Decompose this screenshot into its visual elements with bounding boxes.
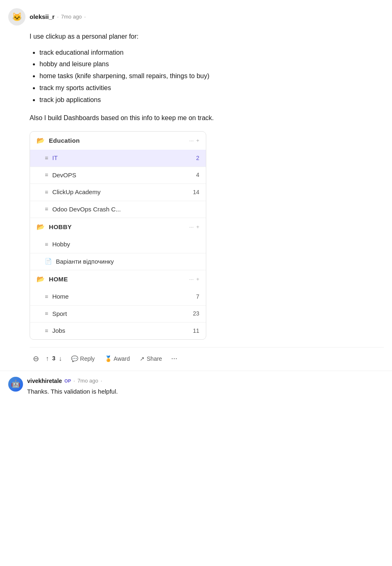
upvote-button[interactable]: ↑: [44, 353, 51, 365]
list-row-odoo[interactable]: ≡ Odoo DevOps Crash C...: [30, 201, 206, 218]
list-icon-home: ≡: [45, 292, 48, 301]
folder-plus-home[interactable]: +: [196, 275, 199, 283]
folder-icon-hobby: 📂: [37, 222, 45, 232]
reply-time: 7mo ago: [77, 377, 98, 385]
list-row-jobs[interactable]: ≡ Jobs 11: [30, 322, 206, 339]
list-count-jobs: 11: [193, 327, 199, 335]
list-row-hobby[interactable]: ≡ Hobby: [30, 236, 206, 253]
list-icon: ≡: [45, 154, 48, 162]
folder-home[interactable]: 📂 HOME ··· +: [30, 270, 206, 288]
folder-dots-hobby[interactable]: ···: [189, 223, 194, 231]
list-icon-jobs: ≡: [45, 327, 48, 335]
folder-actions-home: ··· +: [189, 275, 199, 283]
folder-icon-home: 📂: [37, 274, 45, 284]
avatar-image: 🐱: [8, 8, 25, 26]
list-name-devops: DevOPS: [52, 171, 196, 180]
post-intro: I use clickup as a personal planer for:: [30, 31, 384, 42]
folder-plus[interactable]: +: [196, 137, 199, 145]
list-name-sport: Sport: [52, 309, 193, 319]
downvote-button[interactable]: ↓: [57, 353, 64, 365]
reply-body: vivekhiretale OP · 7mo ago · Thanks. Thi…: [27, 377, 384, 397]
share-icon: ↗: [140, 355, 145, 362]
list-item: track educational information: [39, 47, 384, 59]
list-row-it[interactable]: ≡ IT 2: [30, 150, 206, 167]
author-username[interactable]: oleksii_r: [30, 12, 55, 22]
list-item: track my sports activities: [39, 82, 384, 94]
reply-avatar: 🤖: [8, 377, 23, 392]
folder-dots[interactable]: ···: [189, 137, 194, 145]
list-count-it: 2: [196, 154, 199, 162]
vote-count: 3: [51, 354, 56, 363]
action-bar: ⊖ ↑ 3 ↓ 💬 Reply 🏅 Award ↗ Share ···: [30, 347, 384, 371]
list-icon: ≡: [45, 205, 48, 213]
post-header: 🐱 oleksii_r · 7mo ago ·: [8, 8, 384, 26]
op-badge: OP: [65, 378, 71, 385]
share-button[interactable]: ↗ Share: [136, 353, 166, 364]
folder-name-education: Education: [49, 136, 189, 146]
meta-separator-2: ·: [84, 13, 86, 21]
list-row-home[interactable]: ≡ Home 7: [30, 288, 206, 305]
list-name-home: Home: [52, 292, 196, 302]
reply-label: Reply: [80, 355, 95, 362]
list-row-sport[interactable]: ≡ Sport 23: [30, 306, 206, 322]
list-item: home tasks (knife sharpening, small repa…: [39, 70, 384, 82]
post-body: I use clickup as a personal planer for: …: [30, 31, 384, 371]
avatar: 🐱: [8, 8, 25, 26]
meta-separator-1: ·: [57, 13, 59, 21]
list-icon-hobby: ≡: [45, 240, 48, 249]
award-label: Award: [114, 355, 130, 362]
award-button[interactable]: 🏅 Award: [101, 353, 134, 364]
bullet-list: track educational information hobby and …: [30, 47, 384, 106]
folder-actions-hobby: ··· +: [189, 223, 199, 231]
list-name-jobs: Jobs: [52, 326, 193, 336]
folder-name-home: HOME: [49, 275, 189, 284]
list-icon-sport: ≡: [45, 309, 48, 318]
list-name-clickup-academy: ClickUp Academy: [52, 188, 193, 197]
reply-button[interactable]: 💬 Reply: [67, 353, 99, 364]
reply-icon: 💬: [71, 355, 78, 362]
list-row-devops[interactable]: ≡ DevOPS 4: [30, 167, 206, 184]
folder-name-hobby: HOBBY: [49, 223, 189, 232]
doc-name-vacation: Варіанти відпочинку: [56, 257, 199, 267]
reply-author-username[interactable]: vivekhiretale: [27, 377, 62, 385]
folder-plus-hobby[interactable]: +: [196, 223, 199, 231]
reply-meta: vivekhiretale OP · 7mo ago ·: [27, 377, 384, 385]
reply-container: 🤖 vivekhiretale OP · 7mo ago · Thanks. T…: [0, 371, 392, 402]
list-name-hobby: Hobby: [52, 240, 199, 249]
reply-text: Thanks. This validation is helpful.: [27, 387, 384, 397]
reply-meta-dot-2: ·: [101, 377, 102, 385]
post-note: Also I build Dashboards based on this in…: [30, 113, 384, 123]
list-count-sport: 23: [193, 309, 199, 318]
list-count-clickup-academy: 14: [193, 188, 199, 197]
folder-dots-home[interactable]: ···: [189, 275, 194, 283]
list-count-home: 7: [196, 292, 199, 301]
list-icon: ≡: [45, 188, 48, 197]
sidebar-panel: 📂 Education ··· + ≡ IT 2 ≡ DevOPS 4 ≡: [30, 131, 206, 340]
list-icon: ≡: [45, 171, 48, 179]
award-icon: 🏅: [105, 355, 112, 362]
reply-avatar-image: 🤖: [8, 377, 23, 392]
more-button[interactable]: ···: [168, 352, 180, 365]
share-label: Share: [147, 355, 162, 362]
list-row-clickup-academy[interactable]: ≡ ClickUp Academy 14: [30, 184, 206, 201]
post-time: 7mo ago: [61, 13, 82, 21]
list-item: hobby and leisure plans: [39, 58, 384, 70]
doc-row-vacation[interactable]: 📄 Варіанти відпочинку: [30, 253, 206, 270]
list-name-odoo: Odoo DevOps Crash C...: [52, 205, 199, 214]
list-name-it: IT: [52, 153, 196, 163]
list-count-devops: 4: [196, 171, 199, 179]
folder-icon: 📂: [37, 136, 45, 146]
folder-actions: ··· +: [189, 137, 199, 145]
vote-section: ↑ 3 ↓: [44, 353, 64, 365]
collapse-button[interactable]: ⊖: [30, 352, 42, 366]
list-item: track job applications: [39, 94, 384, 106]
folder-hobby[interactable]: 📂 HOBBY ··· +: [30, 218, 206, 236]
folder-education[interactable]: 📂 Education ··· +: [30, 132, 206, 150]
doc-icon: 📄: [45, 257, 52, 266]
reply-meta-dot: ·: [74, 377, 75, 385]
post-meta: oleksii_r · 7mo ago ·: [30, 12, 86, 22]
